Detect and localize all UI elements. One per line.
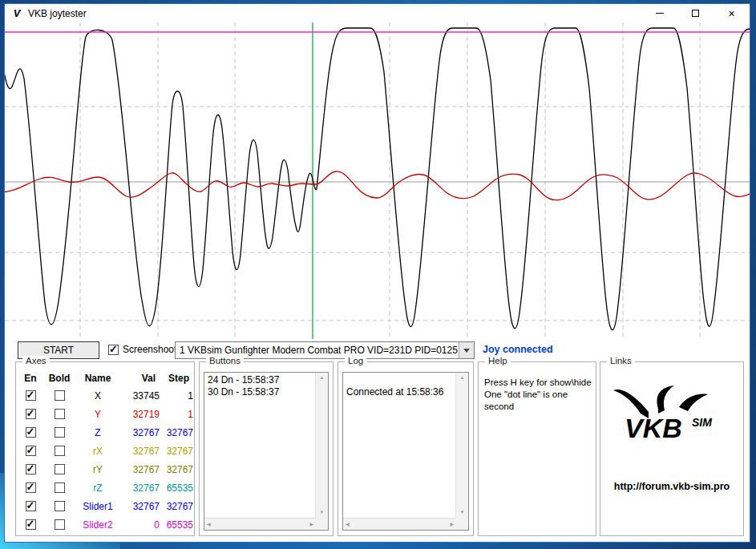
scrollbar-corner (316, 518, 328, 530)
close-icon: × (728, 8, 734, 19)
scroll-down-icon[interactable]: ▼ (320, 507, 325, 518)
chevron-down-icon[interactable] (459, 342, 474, 358)
axis-enable-checkbox[interactable] (26, 519, 36, 530)
axes-panel: Axes En Bold Name Val Step X 33745 1 Y 3… (15, 361, 195, 536)
help-line-2: One "dot line" is one second (484, 389, 592, 413)
axis-step: 1 (162, 409, 196, 420)
scroll-right-icon[interactable]: ▶ (450, 519, 454, 530)
axis-name: Z (75, 427, 120, 438)
axis-row-z: Z 32767 32767 (18, 423, 192, 442)
axis-name: Y (75, 409, 120, 420)
device-select-value: 1 VKBsim Gunfighter Modern Combat PRO VI… (176, 345, 459, 356)
button-event: 24 Dn - 15:58:37 (208, 374, 314, 386)
title-bar[interactable]: V VKB joytester × (5, 4, 750, 22)
signal-plot (5, 22, 750, 339)
forum-link[interactable]: http://forum.vkb-sim.pro (600, 481, 743, 492)
button-event: 30 Dn - 15:58:37 (208, 386, 314, 398)
axis-bold-checkbox[interactable] (55, 446, 65, 456)
axis-bold-checkbox[interactable] (55, 390, 65, 401)
header-val: Val (120, 373, 162, 384)
axis-value: 33745 (120, 390, 162, 402)
axis-value: 32767 (120, 501, 162, 512)
axis-enable-checkbox[interactable] (26, 446, 36, 456)
scroll-left-icon[interactable]: ◀ (346, 519, 350, 530)
log-panel: Log Connected at 15:58:36 ▲ ▼ ◀ ▶ (338, 361, 474, 536)
axis-bold-checkbox[interactable] (55, 501, 65, 511)
buttons-panel-caption: Buttons (206, 356, 244, 365)
axis-value: 32767 (120, 464, 162, 475)
axis-enable-checkbox[interactable] (26, 482, 36, 493)
maximize-icon (692, 10, 699, 17)
axis-step: 32767 (162, 501, 196, 512)
axis-name: rX (75, 446, 120, 457)
axis-value: 0 (120, 519, 162, 531)
header-en: En (18, 373, 43, 384)
axis-step: 65535 (162, 482, 196, 494)
axis-value: 32719 (120, 409, 162, 420)
horizontal-scrollbar[interactable]: ◀ ▶ (204, 518, 316, 530)
axis-step: 32767 (162, 427, 196, 438)
scroll-up-icon[interactable]: ▲ (460, 373, 465, 383)
vertical-scrollbar[interactable]: ▲ ▼ (455, 373, 468, 518)
screenshot-label: Screenshoot (123, 344, 176, 355)
signal-plot-area (5, 22, 750, 339)
axis-enable-checkbox[interactable] (26, 501, 36, 511)
axis-enable-checkbox[interactable] (26, 390, 36, 401)
help-panel-caption: Help (485, 356, 511, 365)
axis-name: Slider2 (75, 519, 120, 531)
axis-bold-checkbox[interactable] (55, 427, 65, 438)
scroll-up-icon[interactable]: ▲ (320, 373, 325, 383)
axis-row-slider1: Slider1 32767 32767 (18, 497, 192, 515)
axes-panel-caption: Axes (22, 356, 50, 365)
axis-value: 32767 (120, 427, 162, 438)
logo-main-text: VKB (625, 413, 682, 443)
scroll-down-icon[interactable]: ▼ (460, 507, 465, 518)
axis-row-rx: rX 32767 32767 (18, 442, 192, 460)
scroll-right-icon[interactable]: ▶ (309, 519, 313, 530)
links-panel-caption: Links (607, 356, 635, 365)
axis-step: 65535 (162, 519, 196, 531)
close-button[interactable]: × (714, 4, 750, 22)
minimize-icon (656, 13, 664, 14)
header-name: Name (75, 373, 120, 384)
log-list[interactable]: Connected at 15:58:36 ▲ ▼ ◀ ▶ (342, 372, 469, 531)
vkb-app-icon: V (10, 7, 23, 20)
axis-bold-checkbox[interactable] (55, 464, 65, 474)
app-window: V VKB joytester × (4, 3, 750, 543)
x-axis-trace (5, 28, 750, 330)
axis-row-y: Y 32719 1 (18, 405, 192, 423)
axis-bold-checkbox[interactable] (55, 409, 65, 419)
help-line-1: Press H key for show\hide (484, 377, 592, 389)
vkb-sim-logo: VKB SIM (612, 385, 732, 454)
screenshot-checkbox[interactable] (108, 345, 119, 355)
axis-bold-checkbox[interactable] (55, 482, 65, 493)
axis-bold-checkbox[interactable] (55, 519, 65, 530)
axes-table: En Bold Name Val Step X 33745 1 Y 32719 … (18, 370, 192, 534)
log-panel-caption: Log (345, 356, 366, 365)
y-axis-trace (5, 172, 750, 200)
vertical-scrollbar[interactable]: ▲ ▼ (315, 373, 328, 518)
scroll-left-icon[interactable]: ◀ (207, 519, 211, 530)
axis-row-ry: rY 32767 32767 (18, 460, 192, 478)
axes-table-header: En Bold Name Val Step (18, 370, 192, 386)
axis-name: rY (75, 464, 120, 475)
minimize-button[interactable] (641, 4, 677, 22)
horizontal-scrollbar[interactable]: ◀ ▶ (343, 518, 456, 530)
logo-sub-text: SIM (692, 416, 712, 429)
buttons-panel: Buttons 24 Dn - 15:58:37 30 Dn - 15:58:3… (199, 361, 334, 536)
axis-step: 32767 (162, 464, 196, 475)
header-step: Step (162, 373, 196, 384)
axis-enable-checkbox[interactable] (26, 427, 36, 438)
help-panel: Help Press H key for show\hide One "dot … (478, 361, 596, 536)
axis-name: X (75, 390, 120, 402)
axis-row-rz: rZ 32767 65535 (18, 478, 192, 497)
axis-step: 1 (162, 390, 196, 402)
axis-value: 32767 (120, 482, 162, 494)
buttons-log-list[interactable]: 24 Dn - 15:58:37 30 Dn - 15:58:37 ▲ ▼ ◀ … (204, 372, 329, 531)
axis-enable-checkbox[interactable] (26, 464, 36, 474)
maximize-button[interactable] (677, 4, 714, 22)
axis-name: rZ (75, 482, 120, 494)
control-bar: START Screenshoot 1 VKBsim Gunfighter Mo… (5, 339, 750, 361)
axis-value: 32767 (120, 446, 162, 457)
axis-enable-checkbox[interactable] (26, 409, 36, 419)
